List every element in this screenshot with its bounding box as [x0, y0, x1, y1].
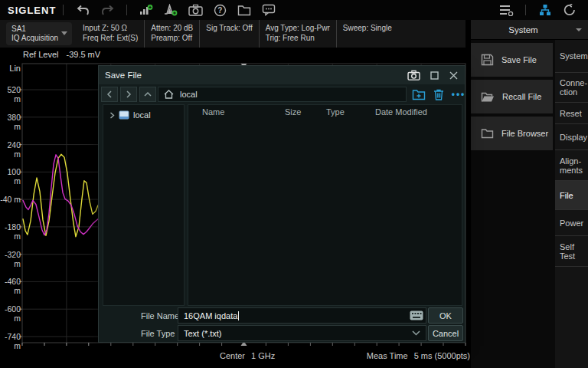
info-line: Atten: 20 dB	[151, 23, 193, 33]
tab-label: Self Test	[560, 242, 575, 261]
info-line: Input Z: 50 Ω	[83, 23, 138, 33]
tab-label: Align- ments	[560, 156, 583, 175]
file-type-value: Text (*.txt)	[184, 329, 222, 338]
cancel-button[interactable]: Cancel	[428, 325, 463, 341]
column-name[interactable]: Name	[202, 107, 224, 117]
menu-settings-icon[interactable]	[498, 3, 514, 17]
forward-button[interactable]	[120, 87, 137, 102]
file-name-input[interactable]: 16QAM iqdata	[178, 307, 426, 324]
tab-alignments[interactable]: Align- ments	[555, 150, 588, 181]
tab-power[interactable]: Power	[555, 210, 588, 236]
spectrum-analyzer-screen: Ref Level -39.5 mV Lin 520 m380 m240 m10…	[0, 0, 588, 368]
dialog-titlebar[interactable]: Save File	[99, 66, 465, 84]
up-button[interactable]	[139, 87, 156, 102]
save-file-label: Save File	[501, 55, 537, 64]
message-icon[interactable]	[261, 3, 276, 17]
ref-level-row: Ref Level -39.5 mV	[23, 50, 100, 59]
ref-level-value[interactable]: -39.5 mV	[66, 50, 100, 59]
file-browser-label: File Browser	[501, 129, 548, 138]
top-toolbar: SIGLENT ?	[0, 0, 588, 20]
file-list-panel[interactable]: Name Size Type Date Modified	[188, 104, 462, 306]
toolbar-divider	[525, 5, 526, 15]
info-line: Sweep: Single	[343, 23, 392, 33]
info-line: Preamp: Off	[151, 33, 193, 43]
file-type-select[interactable]: Text (*.txt)	[178, 325, 426, 341]
channel-selector[interactable]: SA1 IQ Acquisition	[6, 22, 72, 45]
chevron-down-icon	[576, 28, 582, 31]
menu-title: System	[471, 25, 576, 34]
folder-icon	[481, 128, 494, 139]
tab-file[interactable]: File	[555, 181, 588, 210]
keyboard-icon[interactable]	[410, 310, 423, 320]
y-axis-tick-label: -180 m	[0, 222, 21, 241]
network-icon[interactable]	[537, 3, 553, 17]
info-line: Trig: Free Run	[266, 33, 330, 43]
toolbar-divider	[63, 5, 64, 15]
tab-label: Display	[560, 133, 587, 142]
info-section-input[interactable]: Input Z: 50 Ω Freq Ref: Ext(S)	[77, 20, 144, 48]
file-browser-button[interactable]: File Browser	[471, 117, 553, 150]
info-section-avg-trig[interactable]: Avg Type: Log-Pwr Trig: Free Run	[259, 20, 336, 48]
text-cursor	[238, 311, 239, 320]
acquisition-info-bar: SA1 IQ Acquisition Input Z: 50 Ω Freq Re…	[0, 20, 466, 48]
channel-name: SA1	[11, 25, 67, 34]
dialog-screenshot-icon[interactable]	[402, 70, 425, 80]
column-size[interactable]: Size	[285, 107, 301, 117]
maximize-icon[interactable]	[425, 71, 443, 80]
tab-label: Reset	[560, 109, 582, 118]
tab-display[interactable]: Display	[555, 124, 588, 150]
y-axis-tick-label: -460 m	[0, 277, 21, 295]
history-icon[interactable]	[562, 3, 577, 17]
back-button[interactable]	[101, 87, 118, 102]
home-icon	[164, 90, 174, 99]
path-breadcrumb[interactable]: local	[158, 87, 407, 102]
y-axis-tick-label: -320 m	[0, 250, 21, 268]
info-section-sigtrack[interactable]: Sig Track: Off	[199, 20, 258, 48]
tab-label: System	[560, 51, 588, 61]
more-options-icon[interactable]: •••	[449, 87, 468, 102]
local-drive-icon	[119, 110, 129, 120]
tree-item-local[interactable]: local	[103, 105, 184, 120]
close-icon[interactable]	[443, 71, 463, 80]
screenshot-icon[interactable]	[188, 3, 203, 17]
y-axis-tick-label: 240 m	[0, 140, 21, 159]
dialog-toolbar: local •••	[99, 84, 465, 104]
file-name-label: File Name	[141, 311, 179, 320]
add-trace-icon[interactable]	[139, 3, 154, 17]
save-file-button[interactable]: Save File	[471, 43, 553, 77]
redo-icon[interactable]	[100, 3, 115, 17]
system-menu-panel: System Save File Recall File File Browse…	[471, 20, 588, 368]
column-type[interactable]: Type	[326, 107, 345, 117]
channel-mode: IQ Acquisition	[11, 34, 67, 43]
siglent-logo: SIGLENT	[8, 5, 56, 16]
ok-button[interactable]: OK	[428, 307, 463, 324]
chevron-right-icon[interactable]	[109, 112, 115, 119]
tab-connection[interactable]: Conne- ction	[555, 73, 588, 103]
center-value: 1 GHz	[251, 351, 275, 360]
chevron-down-icon	[412, 330, 420, 336]
save-icon	[481, 54, 494, 66]
meas-time[interactable]: Meas Time 5 ms (5000pts)	[367, 351, 470, 360]
dialog-title: Save File	[105, 71, 142, 80]
recall-file-button[interactable]: Recall File	[471, 80, 553, 113]
center-frequency[interactable]: Center 1 GHz	[220, 351, 275, 360]
add-peak-marker-icon[interactable]	[163, 3, 178, 17]
column-date-modified[interactable]: Date Modified	[375, 107, 427, 117]
undo-icon[interactable]	[75, 3, 90, 17]
tab-self-test[interactable]: Self Test	[555, 236, 588, 267]
tab-system[interactable]: System	[555, 40, 588, 73]
help-glyph: ?	[217, 6, 222, 15]
info-section-atten[interactable]: Atten: 20 dB Preamp: Off	[144, 20, 199, 48]
tab-label: File	[560, 191, 573, 200]
info-section-sweep[interactable]: Sweep: Single	[336, 20, 398, 48]
tab-reset[interactable]: Reset	[555, 103, 588, 124]
file-icon[interactable]	[237, 3, 252, 17]
tab-label: Conne- ction	[560, 78, 587, 97]
delete-icon[interactable]	[430, 87, 448, 102]
toolbar-divider	[126, 5, 127, 15]
menu-title-dropdown[interactable]: System	[471, 20, 588, 40]
recall-icon	[481, 91, 495, 103]
y-axis-tick-label: 520 m	[0, 85, 21, 104]
new-folder-icon[interactable]	[410, 87, 428, 102]
help-icon[interactable]: ?	[212, 3, 227, 17]
